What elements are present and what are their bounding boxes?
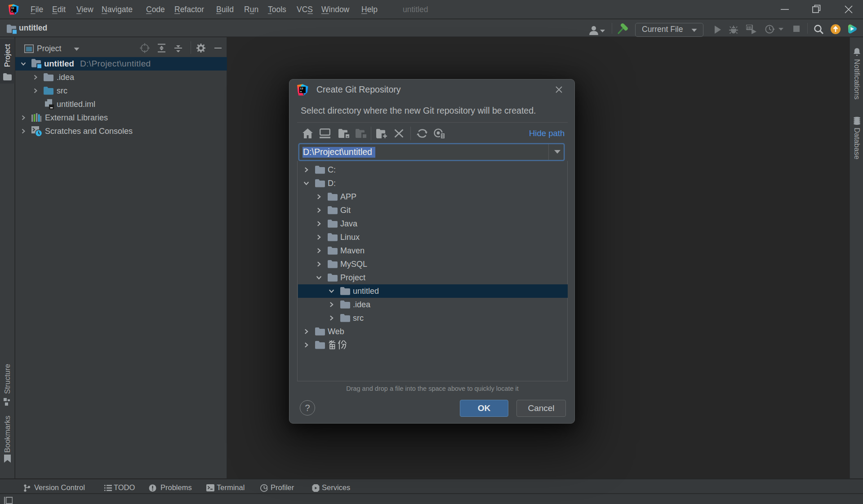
svg-text:IJ: IJ	[11, 7, 14, 10]
svg-text:IJ: IJ	[300, 87, 303, 90]
